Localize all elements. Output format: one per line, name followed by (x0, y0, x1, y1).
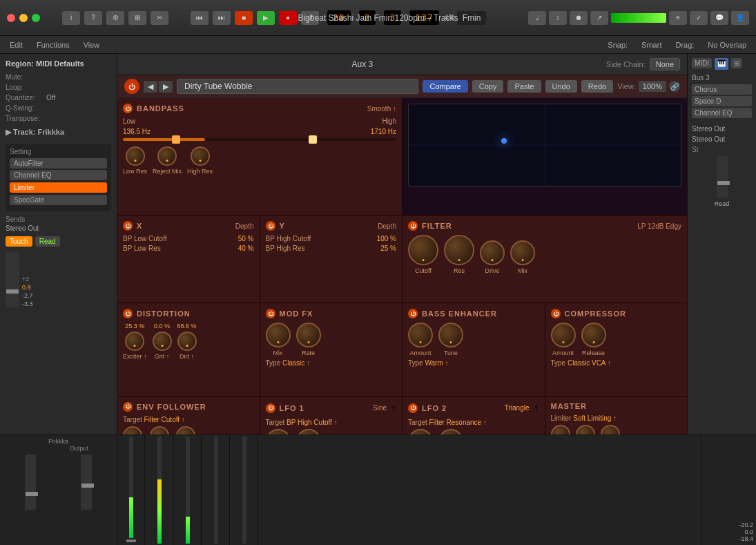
env-target-val[interactable]: Filter Cutoff (144, 416, 180, 423)
filter-power[interactable]: ⏻ (408, 221, 418, 231)
minimize-button[interactable] (19, 14, 28, 22)
ch5-level (242, 437, 246, 544)
sync-btn[interactable]: ↕ (549, 11, 567, 25)
high-res-knob[interactable] (191, 146, 210, 166)
space-d-btn[interactable]: Space D (692, 96, 752, 106)
compressor-power[interactable]: ⏻ (551, 309, 561, 318)
mod-fx-power[interactable]: ⏻ (266, 309, 275, 318)
view-pct[interactable]: 100% (639, 81, 666, 92)
grit-knob[interactable] (153, 332, 172, 351)
rewind-btn[interactable]: ⏮ (191, 11, 209, 25)
lfo1-title: LFO 1 (280, 404, 304, 412)
channel-eq-btn[interactable]: Channel EQ (10, 170, 107, 180)
y-header: ⏻ Y Depth (266, 221, 397, 231)
people-btn[interactable]: 👤 (731, 11, 749, 25)
right-channel-eq-btn[interactable]: Channel EQ (692, 108, 752, 118)
cutoff-knob[interactable] (408, 235, 438, 265)
record2-btn[interactable]: ⏺ (570, 11, 588, 25)
comp-release-knob[interactable] (581, 323, 606, 347)
distortion-title: DISTORTION (137, 309, 191, 318)
lfo2-target-val[interactable]: Filter Resonance (429, 419, 482, 426)
preset-select[interactable]: Dirty Tube Wobble (177, 79, 418, 94)
mod-type-val[interactable]: Classic (282, 359, 304, 367)
drag-value[interactable]: No Overlap (704, 39, 750, 50)
link-btn[interactable]: 🔗 (669, 81, 680, 92)
toolbar-grid-btn[interactable]: ⊞ (128, 11, 146, 25)
stop-btn[interactable]: ■ (235, 11, 253, 25)
prev-preset-btn[interactable]: ◀ (144, 81, 157, 93)
comp-type-val[interactable]: Classic VCA (568, 359, 605, 367)
view-menu[interactable]: View (79, 39, 104, 50)
comp-amount-knob[interactable] (551, 323, 576, 347)
next-preset-btn[interactable]: ▶ (159, 81, 173, 93)
output-fader[interactable] (81, 455, 92, 510)
toolbar-info-btn[interactable]: i (62, 11, 80, 25)
lfo1-target-val[interactable]: BP High Cutoff (287, 419, 332, 426)
close-button[interactable] (7, 14, 15, 22)
mod-rate-knob[interactable] (296, 323, 321, 347)
quantize-value[interactable]: Off (46, 94, 55, 102)
mod-type-row: Type Classic ↑ (266, 359, 397, 367)
limiter-btn[interactable]: Limiter (10, 182, 107, 193)
midi-btn[interactable]: MIDI (692, 58, 712, 68)
frikkka-fader[interactable] (25, 455, 36, 510)
side-chain-select[interactable]: None (650, 58, 680, 70)
master-limiter-val[interactable]: Soft Limiting (573, 414, 611, 422)
distortion-power[interactable]: ⏻ (123, 309, 133, 318)
bandpass-power[interactable]: ⏻ (123, 104, 133, 113)
amount-knob[interactable] (408, 323, 433, 347)
res-knob[interactable] (444, 235, 474, 265)
toolbar-settings-btn[interactable]: ⚙ (106, 11, 124, 25)
toolbar-help-btn[interactable]: ? (84, 11, 102, 25)
check-btn[interactable]: ✓ (690, 11, 708, 25)
chorus-btn[interactable]: Chorus (692, 84, 752, 95)
paste-btn[interactable]: Paste (507, 80, 541, 93)
lfo1-power[interactable]: ⏻ (266, 403, 275, 413)
read-btn[interactable]: Read (35, 236, 60, 247)
fast-forward-btn[interactable]: ⏭ (213, 11, 231, 25)
lfo2-power[interactable]: ⏻ (408, 403, 418, 413)
xy-pad[interactable] (408, 104, 681, 187)
bass-enhancer-power[interactable]: ⏻ (408, 309, 418, 318)
filter-mix-knob[interactable] (510, 240, 535, 265)
tune-knob[interactable] (438, 323, 463, 347)
export-btn[interactable]: ↗ (590, 11, 608, 25)
toolbar-scissor-btn[interactable]: ✂ (151, 11, 168, 25)
env-follower-power[interactable]: ⏻ (123, 402, 133, 412)
specgate-btn[interactable]: SpecGate (10, 195, 107, 205)
comment-btn[interactable]: 💬 (710, 11, 728, 25)
edit-menu[interactable]: Edit (6, 39, 27, 50)
right-fader-track[interactable] (717, 156, 728, 198)
redo-btn[interactable]: Redo (581, 80, 613, 93)
piano-btn[interactable]: 🎹 (715, 58, 728, 70)
touch-btn[interactable]: Touch (6, 236, 32, 247)
bandpass-slider[interactable] (123, 138, 396, 141)
maximize-button[interactable] (32, 14, 40, 22)
mod-mix-knob[interactable] (266, 323, 291, 347)
right-read-label: Read (692, 200, 752, 207)
bp-low-cutoff-val: 50 % (238, 235, 254, 242)
play-btn[interactable]: ▶ (257, 11, 275, 25)
main-fader[interactable] (6, 252, 19, 307)
eq-btn[interactable]: AutoFilter (10, 158, 107, 169)
copy-btn[interactable]: Copy (472, 80, 504, 93)
right-grid-btn[interactable]: ⊞ (731, 58, 742, 68)
snap-value[interactable]: Smart (637, 39, 666, 50)
record-btn[interactable]: ● (279, 11, 297, 25)
dirt-knob[interactable] (177, 332, 197, 351)
low-res-knob[interactable] (126, 146, 145, 166)
drive-knob[interactable] (480, 240, 505, 265)
mixer-btn[interactable]: ≡ (669, 11, 687, 25)
y-power[interactable]: ⏻ (266, 221, 275, 231)
metronome-btn[interactable]: ♩ (528, 11, 546, 25)
compare-btn[interactable]: Compare (423, 80, 467, 93)
functions-menu[interactable]: Functions (32, 39, 74, 50)
reject-mix-knob[interactable] (157, 146, 177, 166)
bass-type-val[interactable]: Warm (425, 359, 443, 367)
ch1-fader-thumb[interactable] (126, 539, 136, 542)
x-power[interactable]: ⏻ (123, 221, 133, 231)
bp-high-cutoff-row: BP High Cutoff 100 % (266, 235, 397, 242)
plugin-power-btn[interactable]: ⏻ (124, 79, 139, 94)
undo-btn[interactable]: Undo (545, 80, 577, 93)
exciter-knob[interactable] (125, 332, 144, 351)
